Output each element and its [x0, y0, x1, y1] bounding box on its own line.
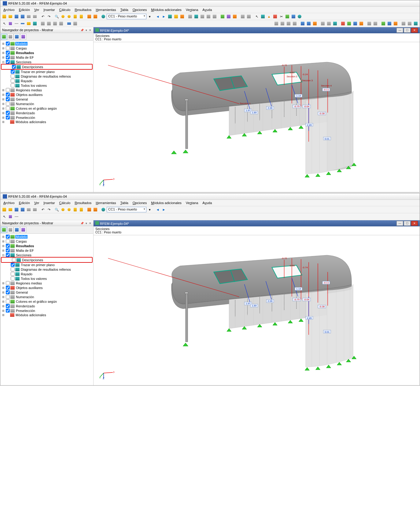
tree-diagramas[interactable]: Diagramas de resultados rellenos	[1, 267, 93, 272]
menu-insertar[interactable]: Insertar	[42, 7, 57, 12]
loadcase-combo[interactable]: CC1 - Peso muerto	[107, 14, 146, 19]
saveall-icon[interactable]	[20, 207, 25, 212]
member-icon[interactable]	[20, 21, 25, 26]
color-c-icon[interactable]	[352, 21, 358, 26]
saveall-icon[interactable]	[20, 14, 25, 19]
loadcase-combo[interactable]: CC1 - Peso muerto	[107, 207, 146, 212]
chk-colores[interactable]	[6, 106, 10, 110]
grid-icon[interactable]	[87, 14, 92, 19]
cross-icon[interactable]	[260, 14, 266, 19]
chk-num[interactable]	[6, 102, 10, 106]
node-icon[interactable]	[8, 21, 13, 26]
open-icon[interactable]	[8, 207, 13, 212]
nav-tab-results[interactable]	[20, 227, 26, 233]
snap-a-icon[interactable]	[401, 21, 406, 26]
pointer-icon[interactable]: ↖	[2, 21, 7, 26]
filter-a-icon[interactable]	[320, 21, 326, 26]
nav-tab-results[interactable]	[20, 34, 26, 40]
menu-tabla[interactable]: Tabla	[118, 7, 130, 12]
chk-malla[interactable]	[6, 55, 10, 59]
tree-modulos-add[interactable]: ⊞Módulos adicionales	[1, 313, 93, 317]
print-icon[interactable]	[26, 14, 31, 19]
tree-regiones[interactable]: ⊞Regiones medias	[1, 281, 93, 285]
doc-close-button[interactable]: ✕	[411, 28, 418, 33]
chk-presel[interactable]	[6, 115, 10, 119]
module-c-icon[interactable]	[232, 14, 238, 19]
view-side-icon[interactable]	[292, 21, 297, 26]
nav-dropdown-icon[interactable]: ▾	[86, 222, 87, 225]
move-icon[interactable]	[40, 21, 46, 26]
menu-resultados[interactable]: Resultados	[73, 7, 93, 12]
tree-rayado[interactable]: Rayado	[1, 272, 93, 276]
scissors-icon[interactable]: ✂	[278, 14, 284, 19]
save-icon[interactable]	[14, 14, 19, 19]
tree-cargas[interactable]: ⊞Cargas	[1, 46, 93, 50]
menu-resultados[interactable]: Resultados	[73, 200, 93, 205]
find-icon[interactable]	[66, 207, 72, 212]
result-a-icon[interactable]	[187, 14, 193, 19]
tree-modulos-add[interactable]: ⊞Módulos adicionales	[1, 120, 93, 124]
render-shade-icon[interactable]	[312, 21, 318, 26]
doc-close-button[interactable]: ✕	[411, 221, 418, 226]
nav-close-icon[interactable]: ✕	[89, 29, 91, 32]
next-icon[interactable]: ►	[161, 14, 167, 19]
tree-resultados[interactable]: ⊞Resultados	[1, 244, 93, 248]
tree-numeracion[interactable]: ⊞Numeración	[1, 101, 93, 106]
prev-icon[interactable]: ◄	[155, 207, 160, 212]
tree-todos-valores[interactable]: Todos los valores	[1, 276, 93, 281]
cube-icon[interactable]	[291, 14, 296, 19]
chk-general[interactable]	[6, 97, 10, 101]
calc-icon[interactable]	[173, 14, 179, 19]
tree-secciones[interactable]: ⊟Secciones	[1, 253, 93, 257]
flag-orange-icon[interactable]	[393, 21, 398, 26]
doc-min-button[interactable]: —	[396, 221, 403, 226]
menu-edicion[interactable]: Edición	[17, 7, 32, 12]
tree-numeracion[interactable]: ⊞Numeración	[1, 295, 93, 299]
combo-dd-icon[interactable]: ▾	[147, 14, 153, 19]
nav-pin-icon[interactable]: 📌	[80, 222, 84, 225]
tree-diagramas[interactable]: Diagramas de resultados rellenos	[1, 74, 93, 79]
chk-modelo[interactable]	[6, 42, 10, 46]
result-e-icon[interactable]	[212, 14, 217, 19]
flag-blue-icon[interactable]	[387, 21, 392, 26]
tree-secciones[interactable]: ⊟Secciones	[1, 60, 93, 64]
new-icon[interactable]	[2, 207, 7, 212]
menu-archivo[interactable]: Archivo	[2, 200, 17, 205]
color-d-icon[interactable]	[359, 21, 364, 26]
menu-opciones[interactable]: Opciones	[131, 200, 149, 205]
grid2-icon[interactable]	[93, 14, 98, 19]
doc-max-button[interactable]: ☐	[404, 28, 411, 33]
menu-ventana[interactable]: Ventana	[184, 200, 200, 205]
text-icon[interactable]	[72, 21, 78, 26]
paste-icon[interactable]	[72, 14, 78, 19]
menu-ver[interactable]: Ver	[32, 7, 41, 12]
nav-tab-display[interactable]	[1, 34, 7, 40]
module-b-icon[interactable]	[226, 14, 231, 19]
undo-icon[interactable]: ↶	[40, 207, 46, 212]
chk-diagramas[interactable]	[11, 74, 15, 78]
redo-icon[interactable]: ↷	[46, 14, 52, 19]
printer-icon[interactable]	[32, 207, 38, 212]
axis-icon[interactable]	[272, 14, 278, 19]
tree-resultados[interactable]: ⊞Resultados	[1, 50, 93, 55]
chk-cargas[interactable]	[6, 46, 10, 50]
shield-icon[interactable]	[285, 14, 290, 19]
copy-icon[interactable]	[79, 14, 84, 19]
rotate-icon[interactable]	[46, 21, 52, 26]
chk-todosval[interactable]	[11, 83, 15, 87]
nav-pin-icon[interactable]: 📌	[80, 29, 84, 32]
tree-rayado[interactable]: Rayado	[1, 79, 93, 83]
nav-tab-views[interactable]	[14, 227, 20, 233]
extra-b-icon[interactable]	[373, 21, 378, 26]
tree-malla[interactable]: ⊞Malla de EF	[1, 248, 93, 253]
doc-min-button[interactable]: —	[396, 28, 403, 33]
combo-dd-icon[interactable]: ▾	[147, 207, 153, 212]
menu-tabla[interactable]: Tabla	[118, 200, 130, 205]
tree-todos-valores[interactable]: Todos los valores	[1, 83, 93, 88]
doc-max-button[interactable]: ☐	[404, 221, 411, 226]
mirror-icon[interactable]	[52, 21, 58, 26]
paste-icon[interactable]	[72, 207, 78, 212]
result-c-icon[interactable]	[200, 14, 205, 19]
find-icon[interactable]	[66, 14, 72, 19]
menu-archivo[interactable]: Archivo	[2, 7, 17, 12]
